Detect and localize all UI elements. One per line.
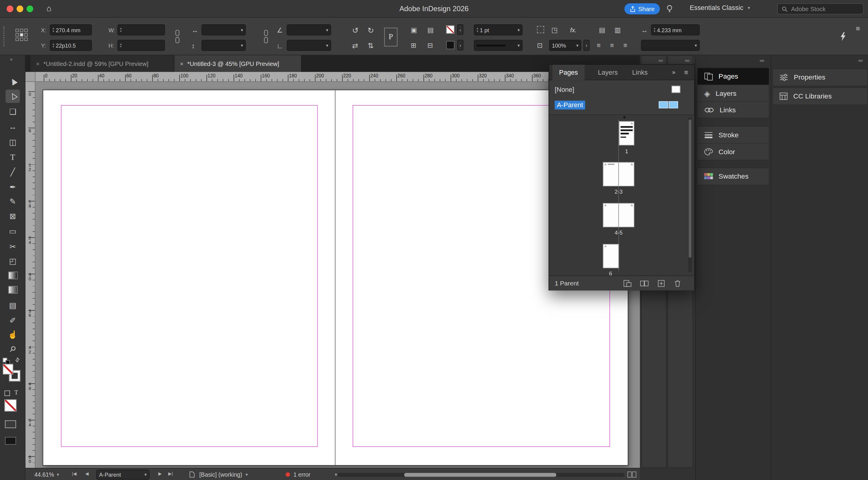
home-icon[interactable]: ⌂	[46, 3, 52, 13]
drop-shadow-button[interactable]: ⊡	[537, 41, 542, 49]
parent-row-a-parent[interactable]: A-Parent	[549, 98, 694, 112]
text-columns-icon[interactable]: ▤	[599, 26, 605, 34]
content-collector-tool[interactable]: ◫	[5, 136, 20, 149]
preflight-error-menu[interactable]: 1 error ▾	[293, 469, 337, 480]
scissors-tool[interactable]: ✂	[5, 240, 20, 253]
pen-tool[interactable]: ✒	[5, 180, 20, 194]
dock-item-swatches[interactable]: Swatches	[698, 168, 769, 184]
dock-item-stroke[interactable]: Stroke	[698, 127, 769, 143]
screen-mode-normal-button[interactable]	[5, 420, 16, 428]
dock-item-layers[interactable]: ◈ Layers	[698, 84, 769, 101]
chevron-down-icon[interactable]: ▾	[518, 27, 520, 33]
go-previous-object-button[interactable]: ⊞	[411, 41, 416, 49]
pencil-tool[interactable]: ✎	[5, 195, 20, 208]
panel-menu-icon[interactable]: ≡	[684, 69, 688, 76]
page-thumbnail-2[interactable]: A	[603, 162, 619, 186]
close-window-button[interactable]	[7, 5, 13, 12]
hand-tool[interactable]: ☝	[5, 328, 20, 341]
pages-scrollbar[interactable]	[688, 117, 692, 272]
opacity-arrow[interactable]: ›	[584, 40, 590, 51]
first-page-button[interactable]: |◀	[72, 471, 76, 476]
frame-fitting-icon[interactable]	[537, 26, 544, 33]
width-input[interactable]: ▴▾	[117, 24, 165, 36]
minimize-window-button[interactable]	[17, 5, 23, 12]
select-container-button[interactable]: ▣	[411, 26, 417, 34]
line-tool[interactable]: ╱	[5, 165, 20, 179]
page-proxy-box[interactable]: P	[384, 28, 398, 46]
text-frame-options-icon[interactable]: ▥	[615, 26, 621, 34]
chevron-down-icon[interactable]: ▾	[241, 27, 243, 33]
page-label-2-3[interactable]: 2-3	[603, 188, 634, 195]
share-button[interactable]: Share	[624, 3, 660, 14]
collapse-dock-icon[interactable]: ««	[685, 58, 689, 63]
page-1-left[interactable]	[43, 90, 336, 465]
stroke-weight-input[interactable]: ▴▾ 1 pt ▾	[474, 24, 523, 36]
chevron-down-icon[interactable]: ▾	[326, 27, 328, 33]
preflight-profile-select[interactable]: [Basic] (working) ▾	[199, 469, 248, 480]
eyedropper-tool[interactable]: ✐	[5, 313, 20, 327]
w-stepper[interactable]: ▴▾	[120, 27, 122, 33]
chevron-down-icon[interactable]: ▾	[518, 43, 520, 48]
fill-none-swatch[interactable]	[446, 25, 455, 34]
collapse-dock-icon[interactable]: ««	[858, 58, 863, 63]
object-style-select[interactable]: ▾	[641, 40, 700, 51]
next-page-button[interactable]: ▶	[158, 471, 161, 476]
document-tab-untitled2[interactable]: × *Untitled-2.indd @ 59% [GPU Preview]	[30, 56, 175, 72]
shear-input[interactable]: ▾	[287, 24, 331, 36]
document-tab-untitled3[interactable]: × *Untitled-3 @ 45% [GPU Preview]	[175, 56, 302, 72]
gradient-swatch-tool[interactable]	[5, 269, 20, 282]
chevron-down-icon[interactable]: ▾	[695, 43, 697, 48]
zoom-window-button[interactable]	[27, 5, 33, 12]
flip-horizontal-button[interactable]: ⇄	[352, 41, 358, 50]
height-input[interactable]: ▴▾	[117, 40, 165, 51]
parent-row-none[interactable]: [None]	[549, 82, 694, 97]
formatting-affects-container-button[interactable]	[4, 390, 10, 396]
flip-vertical-button[interactable]: ⇅	[368, 41, 374, 50]
swap-colors-icon[interactable]: ⇄	[13, 356, 21, 364]
chevron-down-icon[interactable]: ▾	[241, 43, 243, 48]
page-label-4-5[interactable]: 4-5	[603, 230, 634, 236]
dock-item-color[interactable]: Color	[698, 143, 769, 160]
corner-options-icon[interactable]: ◳	[551, 26, 558, 34]
rotation-input[interactable]: ▾	[287, 40, 331, 51]
page-thumbnail-5[interactable]: A	[618, 203, 634, 227]
a-parent-spread-swatch[interactable]	[659, 101, 678, 108]
x-position-input[interactable]: ▴▾ 270.4 mm	[50, 24, 92, 36]
toolbar-collapse-icon[interactable]: »	[10, 56, 12, 62]
arrange-documents-icon[interactable]	[627, 471, 637, 478]
adobe-stock-search[interactable]: Adobe Stock	[777, 3, 864, 14]
collapse-dock-icon[interactable]: ««	[760, 58, 764, 63]
previous-page-button[interactable]: ◀	[85, 471, 89, 476]
dock-item-pages[interactable]: Pages	[698, 68, 769, 84]
chevron-down-icon[interactable]: ▾	[326, 43, 328, 48]
page-number-select[interactable]: A-Parent ▾	[96, 470, 150, 479]
go-next-object-button[interactable]: ⊟	[427, 41, 433, 49]
edit-page-size-button[interactable]	[623, 280, 632, 287]
scale-x-input[interactable]: ▾	[202, 24, 246, 36]
free-transform-tool[interactable]: ◰	[5, 254, 20, 268]
new-page-button[interactable]	[658, 280, 665, 287]
note-tool[interactable]: ▤	[5, 299, 20, 312]
gpu-performance-icon[interactable]	[840, 32, 846, 41]
align-left-button[interactable]: ≡	[597, 41, 601, 49]
stroke-swatch-arrow[interactable]: ›	[457, 40, 463, 50]
dock-item-links[interactable]: Links	[698, 101, 769, 118]
constrain-scale-icon[interactable]	[264, 30, 269, 44]
stroke-color-swatch[interactable]	[446, 41, 455, 49]
effects-button[interactable]: fx.	[570, 27, 577, 33]
direct-selection-tool[interactable]: ▷	[5, 90, 20, 103]
page-label-6[interactable]: 6	[595, 270, 626, 276]
gutter-input[interactable]: ▴▾ 4.233 mm	[651, 24, 700, 36]
tab-links[interactable]: Links	[626, 65, 655, 80]
selection-tool[interactable]: ▶	[5, 75, 20, 89]
chevron-down-icon[interactable]: ▾	[576, 43, 578, 48]
delete-page-button[interactable]	[674, 280, 681, 287]
page-thumbnail-6[interactable]: A	[603, 244, 619, 268]
close-icon[interactable]: ×	[36, 60, 39, 67]
apply-none-button[interactable]	[4, 399, 17, 411]
align-center-button[interactable]: ≡	[610, 41, 614, 49]
y-position-input[interactable]: ▴▾ 22p10.5	[50, 40, 92, 51]
tab-layers[interactable]: Layers	[591, 65, 624, 80]
tab-pages[interactable]: Pages	[553, 65, 585, 80]
select-content-button[interactable]: ▤	[427, 26, 434, 34]
